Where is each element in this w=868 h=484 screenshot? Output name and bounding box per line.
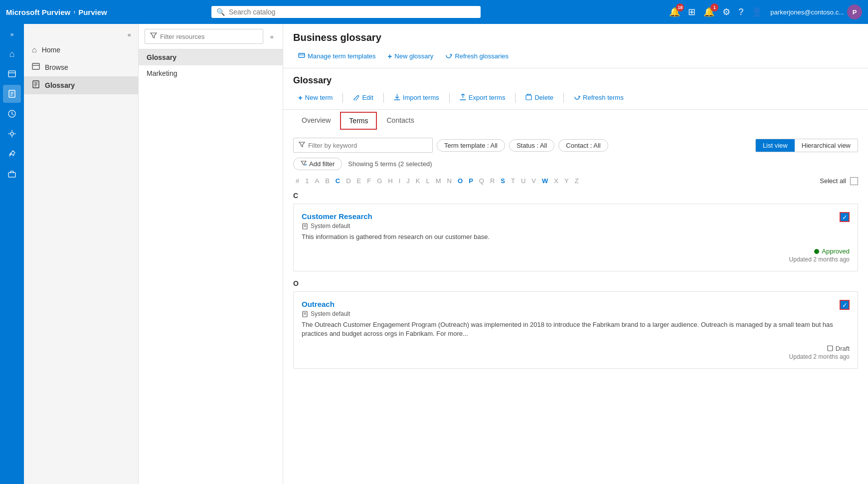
term-card-customer-research: ✓ Customer Research System default This … xyxy=(293,204,858,271)
term-checkbox-customer-research[interactable]: ✓ xyxy=(840,212,850,222)
alpha-item-l: L xyxy=(424,176,432,186)
user-email: parkerjones@contoso.c... xyxy=(770,8,844,16)
alpha-item-c[interactable]: C xyxy=(333,176,343,186)
refresh-terms-button[interactable]: Refresh terms xyxy=(569,91,629,104)
manage-templates-button[interactable]: Manage term templates xyxy=(293,49,381,63)
alpha-item-b: B xyxy=(323,176,332,186)
filter-resources-input[interactable] xyxy=(160,33,258,40)
alpha-item-u: U xyxy=(519,176,528,186)
alerts-button[interactable]: 🔔 1 xyxy=(703,6,714,17)
person-button[interactable]: 👤 xyxy=(751,6,762,17)
term-name-outreach[interactable]: Outreach xyxy=(302,300,850,308)
term-footer-outreach: Draft Updated 2 months ago xyxy=(302,345,850,360)
rail-item-insights[interactable] xyxy=(3,105,21,123)
filter-input-wrap[interactable] xyxy=(145,29,263,44)
notifications-button[interactable]: 🔔 18 xyxy=(669,6,680,17)
add-filter-button[interactable]: Add filter xyxy=(293,158,342,170)
term-template-label: System default xyxy=(311,223,350,230)
filter-keyword-wrap[interactable] xyxy=(293,138,433,153)
refresh-glossaries-button[interactable]: Refresh glossaries xyxy=(440,49,514,63)
delete-button[interactable]: Delete xyxy=(521,91,558,104)
new-glossary-button[interactable]: + New glossary xyxy=(383,49,439,63)
alpha-item-m: M xyxy=(433,176,444,186)
list-view-button[interactable]: List view xyxy=(756,139,795,152)
filter-panel: « Glossary Marketing xyxy=(139,24,283,484)
tab-contacts-label: Contacts xyxy=(386,116,414,124)
sidebar-collapse-button[interactable]: « xyxy=(125,30,134,39)
alpha-item-1: 1 xyxy=(303,176,311,186)
rail-expand-button[interactable]: » xyxy=(7,28,17,41)
rail-item-briefcase[interactable] xyxy=(3,165,21,183)
new-term-icon: + xyxy=(298,93,303,102)
tab-content-terms: Term template : All Status : All Contact… xyxy=(283,130,868,484)
alpha-item-e: E xyxy=(354,176,364,186)
tab-contacts[interactable]: Contacts xyxy=(378,112,422,130)
alpha-item-p[interactable]: P xyxy=(466,176,476,186)
grid-icon: ⊞ xyxy=(688,6,695,17)
sidebar-item-browse[interactable]: Browse xyxy=(24,58,138,76)
alpha-item-h: H xyxy=(385,176,395,186)
grid-button[interactable]: ⊞ xyxy=(688,6,695,17)
alpha-item-g: G xyxy=(374,176,384,186)
filter-marketing-item[interactable]: Marketing xyxy=(139,65,283,81)
browse-icon xyxy=(32,62,40,72)
svg-rect-0 xyxy=(8,71,15,77)
tab-overview[interactable]: Overview xyxy=(293,112,339,130)
new-term-button[interactable]: + New term xyxy=(293,91,338,104)
rail-item-manage[interactable] xyxy=(3,125,21,143)
alpha-item-i: I xyxy=(396,176,403,186)
term-template-customer-research: System default xyxy=(302,223,850,230)
alpha-item-s[interactable]: S xyxy=(498,176,508,186)
edit-icon xyxy=(353,94,359,102)
filter-glossary-item[interactable]: Glossary xyxy=(139,49,283,65)
top-navigation: Microsoft Purview › Purview 🔍 🔔 18 ⊞ 🔔 1… xyxy=(0,0,868,24)
rail-item-glossary[interactable] xyxy=(3,85,21,103)
sidebar-item-home[interactable]: ⌂ Home xyxy=(24,41,138,58)
hierarchical-view-button[interactable]: Hierarchical view xyxy=(795,139,858,152)
user-info[interactable]: parkerjones@contoso.c... P xyxy=(770,4,862,19)
alpha-item-o[interactable]: O xyxy=(455,176,465,186)
help-button[interactable]: ? xyxy=(738,7,743,17)
new-glossary-label: New glossary xyxy=(394,52,433,60)
top-nav-actions: 🔔 18 ⊞ 🔔 1 ⚙ ? 👤 parkerjones@contoso.c..… xyxy=(669,4,862,19)
toolbar-divider-5 xyxy=(563,93,564,103)
filter-header: « xyxy=(139,24,283,49)
rail-item-browse[interactable] xyxy=(3,65,21,83)
toolbar-divider-4 xyxy=(515,93,516,103)
home-icon: ⌂ xyxy=(32,45,37,54)
term-checkbox-outreach[interactable]: ✓ xyxy=(840,300,850,310)
rail-item-pin[interactable] xyxy=(3,145,21,163)
status-filter[interactable]: Status : All xyxy=(509,139,554,152)
search-bar[interactable]: 🔍 xyxy=(211,6,481,18)
term-card-outreach: ✓ Outreach System default The Outreach C… xyxy=(293,291,858,368)
filter-keyword-input[interactable] xyxy=(308,142,427,149)
rail-item-home[interactable]: ⌂ xyxy=(3,45,21,63)
brand-section: Purview xyxy=(78,8,107,16)
contact-filter[interactable]: Contact : All xyxy=(558,139,608,152)
add-filter-row: Add filter Showing 5 terms (2 selected) xyxy=(293,158,858,170)
tab-terms[interactable]: Terms xyxy=(340,112,377,130)
app-brand[interactable]: Microsoft Purview › Purview xyxy=(6,8,107,16)
avatar: P xyxy=(847,4,862,19)
alpha-item-f: F xyxy=(364,176,373,186)
alpha-item-w[interactable]: W xyxy=(539,176,550,186)
select-all-checkbox[interactable] xyxy=(850,177,858,185)
export-terms-button[interactable]: Export terms xyxy=(455,91,511,104)
search-input[interactable] xyxy=(229,8,476,16)
alpha-item-n: N xyxy=(445,176,454,186)
import-terms-button[interactable]: Import terms xyxy=(389,91,444,104)
manage-templates-icon xyxy=(298,52,305,60)
settings-button[interactable]: ⚙ xyxy=(722,6,730,17)
term-name-customer-research[interactable]: Customer Research xyxy=(302,212,850,221)
alpha-item-q: Q xyxy=(477,176,487,186)
filter-panel-collapse-button[interactable]: « xyxy=(267,31,277,42)
term-footer-customer-research: Approved Updated 2 months ago xyxy=(302,247,850,263)
main-toolbar: Manage term templates + New glossary Ref… xyxy=(293,49,858,68)
tab-terms-label: Terms xyxy=(349,117,368,125)
sidebar-nav: « ⌂ Home Browse Glossary xyxy=(24,24,139,484)
icon-rail: » ⌂ xyxy=(0,24,24,484)
term-template-filter[interactable]: Term template : All xyxy=(437,139,505,152)
sidebar-item-glossary[interactable]: Glossary xyxy=(24,76,138,94)
sidebar-browse-label: Browse xyxy=(45,63,68,71)
edit-button[interactable]: Edit xyxy=(348,91,378,104)
